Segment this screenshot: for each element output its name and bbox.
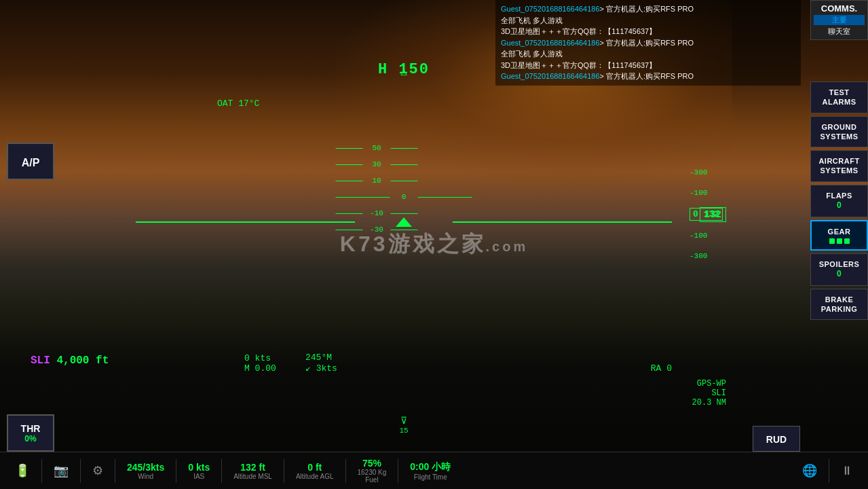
hud-sli: SLI 4,000 ft	[31, 355, 109, 367]
fuel-label: Fuel	[365, 476, 378, 484]
fuel-kg: 16230 Kg	[358, 469, 387, 476]
horizon-right	[453, 221, 672, 223]
sep-9	[829, 459, 829, 483]
hud-ra: RA 0	[651, 363, 672, 374]
comms-sub2: 聊天室	[814, 26, 865, 37]
thr-label: THR	[21, 423, 41, 434]
ground-systems-button[interactable]: GROUNDSYSTEMS	[810, 116, 868, 148]
wind-value: 245/3kts	[127, 462, 164, 473]
pitch-line-30: 30	[336, 160, 472, 168]
battery-icon-item[interactable]: 🔋	[15, 463, 30, 478]
globe-icon-item[interactable]: 🌐	[802, 463, 817, 478]
thr-value: 0%	[24, 434, 36, 443]
sep-1	[41, 459, 42, 483]
sep-6	[284, 459, 284, 483]
comms-sub1: 主要	[814, 15, 865, 25]
comms-button[interactable]: COMMS. 主要 聊天室	[810, 0, 868, 40]
gear-dot-1	[829, 238, 835, 244]
flaps-value: 0	[814, 200, 865, 211]
sep-3	[115, 459, 115, 483]
gear-dot-3	[844, 238, 850, 244]
sep-8	[398, 459, 398, 483]
horizon-left	[136, 221, 355, 223]
pitch-line-50: 50	[336, 144, 472, 152]
chat-line-3: 3D卫星地图＋＋＋官方QQ群：【111745637】	[501, 26, 795, 37]
bottom-wind: 245/3kts Wind	[127, 462, 164, 480]
alt-msl-label: Altitude MSL	[233, 473, 272, 480]
thr-button[interactable]: THR 0%	[7, 414, 54, 452]
bottom-bar: 🔋 📷 ⚙ 245/3kts Wind 0 kts IAS 132 ft Alt…	[0, 452, 868, 489]
horizon-reference	[136, 217, 672, 227]
hud-heading-mag: 245°M ↙ 3kts	[305, 352, 337, 374]
pitch-line-0: 0	[336, 193, 472, 201]
bottom-alt-msl: 132 ft Altitude MSL	[233, 462, 272, 480]
test-alarms-button[interactable]: TESTALARMS	[810, 82, 868, 113]
alt-agl-label: Altitude AGL	[296, 473, 334, 480]
pause-icon: ⏸	[841, 464, 853, 478]
brake-parking-button[interactable]: BRAKEPARKING	[810, 289, 868, 321]
pause-icon-item[interactable]: ⏸	[841, 464, 853, 478]
rud-button[interactable]: RUD	[753, 426, 800, 452]
chat-line-7: Guest_075201688166464186> 官方机器人:购买RFS PR…	[501, 71, 795, 82]
compass-display: ⊽ 15	[399, 415, 408, 435]
gear-dot-2	[837, 238, 842, 244]
camera-icon-item[interactable]: 📷	[54, 463, 69, 478]
ias-label: IAS	[193, 473, 204, 480]
alt-msl-value: 132 ft	[240, 462, 265, 473]
spoilers-value: 0	[814, 269, 865, 280]
camera-icon: 📷	[54, 463, 69, 478]
sep-7	[345, 459, 346, 483]
sep-4	[176, 459, 176, 483]
crosshair: △	[400, 65, 407, 78]
globe-icon: 🌐	[802, 463, 817, 478]
bottom-flight-time: 0:00 小時 Flight Time	[410, 461, 451, 481]
sep-5	[221, 459, 222, 483]
gear-button[interactable]: GEAR	[810, 220, 868, 251]
pitch-line-neg10: -10	[336, 209, 472, 217]
wind-label: Wind	[138, 473, 153, 480]
alt-tape: -300 -100 0 132 -100 -300	[690, 156, 723, 272]
hud-oat: OAT 17°C	[217, 98, 259, 109]
chat-line-1: Guest_075201688166464186> 官方机器人:购买RFS PR…	[501, 3, 795, 15]
horizon-center	[396, 217, 412, 227]
flaps-button[interactable]: FLAPS 0	[810, 185, 868, 217]
spoilers-button[interactable]: SPOILERS 0	[810, 253, 868, 286]
chat-line-4: Guest_075201688166464186> 官方机器人:购买RFS PR…	[501, 37, 795, 49]
sep-2	[80, 459, 81, 483]
alt-agl-value: 0 ft	[307, 462, 322, 473]
chat-line-5: 全部飞机 多人游戏	[501, 48, 795, 60]
ias-value: 0 kts	[188, 462, 210, 473]
bottom-fuel: 75% 16230 Kg Fuel	[358, 458, 387, 484]
chat-line-2: 全部飞机 多人游戏	[501, 15, 795, 26]
ap-button[interactable]: A/P	[7, 143, 54, 180]
bottom-alt-agl: 0 ft Altitude AGL	[296, 462, 334, 480]
aircraft-systems-button[interactable]: AIRCRAFTSYSTEMS	[810, 150, 868, 182]
pitch-line-10: 10	[336, 177, 472, 185]
bottom-ias: 0 kts IAS	[188, 462, 210, 480]
right-panel: TESTALARMS GROUNDSYSTEMS AIRCRAFTSYSTEMS…	[810, 82, 868, 320]
hud-speed-wind: 0 kts M 0.00	[244, 353, 276, 374]
gear-indicators	[814, 238, 864, 244]
comms-label: COMMS.	[814, 3, 865, 14]
chat-line-6: 3D卫星地图＋＋＋官方QQ群：【111745637】	[501, 60, 795, 71]
battery-icon: 🔋	[15, 463, 30, 478]
settings-icon-item[interactable]: ⚙	[92, 463, 103, 478]
flight-time-value: 0:00 小時	[410, 461, 451, 473]
flight-time-label: Flight Time	[414, 473, 447, 481]
hud-gps: GPS-WP SLI 20.3 NM	[692, 379, 726, 408]
fuel-value: 75%	[362, 458, 381, 469]
chat-panel: Guest_075201688166464186> 官方机器人:购买RFS PR…	[495, 0, 801, 86]
settings-icon: ⚙	[92, 463, 103, 478]
